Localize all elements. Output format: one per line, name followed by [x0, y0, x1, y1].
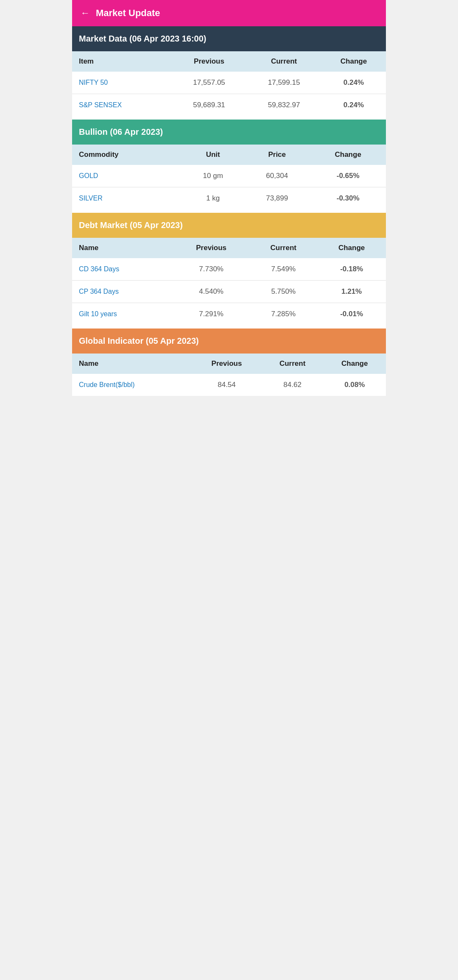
- debt-row-change: -0.01%: [317, 303, 386, 326]
- bullion-row-price: 60,304: [244, 165, 310, 187]
- main-content: Market Data (06 Apr 2023 16:00) Item Pre…: [72, 26, 386, 396]
- bullion-row-unit: 10 gm: [182, 165, 244, 187]
- debt-row-previous: 7.730%: [173, 258, 249, 281]
- global-indicator-section: Global Indicator (05 Apr 2023) Name Prev…: [72, 329, 386, 396]
- market-data-table: Item Previous Current Change NIFTY 50 17…: [72, 51, 386, 116]
- market-row-previous: 59,689.31: [172, 94, 247, 117]
- bullion-row-change: -0.65%: [310, 165, 386, 187]
- global-col-name: Name: [72, 354, 192, 374]
- bullion-row-name[interactable]: GOLD: [72, 165, 182, 187]
- debt-col-previous: Previous: [173, 238, 249, 258]
- debt-row-change: -0.18%: [317, 258, 386, 281]
- market-col-change: Change: [321, 51, 386, 72]
- debt-row-previous: 4.540%: [173, 281, 249, 303]
- table-row: NIFTY 50 17,557.05 17,599.15 0.24%: [72, 72, 386, 94]
- market-row-name[interactable]: S&P SENSEX: [72, 94, 172, 117]
- market-row-previous: 17,557.05: [172, 72, 247, 94]
- global-row-current: 84.62: [262, 374, 324, 396]
- debt-market-table: Name Previous Current Change CD 364 Days…: [72, 238, 386, 325]
- global-row-change: 0.08%: [324, 374, 386, 396]
- debt-market-header: Debt Market (05 Apr 2023): [72, 213, 386, 238]
- bullion-row-price: 73,899: [244, 187, 310, 210]
- market-row-current: 59,832.97: [246, 94, 321, 117]
- debt-row-current: 7.549%: [249, 258, 317, 281]
- market-table-header-row: Item Previous Current Change: [72, 51, 386, 72]
- table-row: S&P SENSEX 59,689.31 59,832.97 0.24%: [72, 94, 386, 117]
- global-indicator-header: Global Indicator (05 Apr 2023): [72, 329, 386, 354]
- global-row-previous: 84.54: [192, 374, 261, 396]
- market-col-current: Current: [246, 51, 321, 72]
- table-row: Gilt 10 years 7.291% 7.285% -0.01%: [72, 303, 386, 326]
- global-indicator-table: Name Previous Current Change Crude Brent…: [72, 354, 386, 396]
- bullion-header: Bullion (06 Apr 2023): [72, 120, 386, 145]
- bullion-col-commodity: Commodity: [72, 145, 182, 165]
- debt-row-name[interactable]: Gilt 10 years: [72, 303, 173, 326]
- debt-table-header-row: Name Previous Current Change: [72, 238, 386, 258]
- debt-row-change: 1.21%: [317, 281, 386, 303]
- market-row-name[interactable]: NIFTY 50: [72, 72, 172, 94]
- back-button[interactable]: ←: [81, 8, 90, 19]
- global-col-previous: Previous: [192, 354, 261, 374]
- header-title: Market Update: [96, 8, 160, 19]
- market-row-change: 0.24%: [321, 72, 386, 94]
- table-row: CP 364 Days 4.540% 5.750% 1.21%: [72, 281, 386, 303]
- global-table-header-row: Name Previous Current Change: [72, 354, 386, 374]
- market-col-previous: Previous: [172, 51, 247, 72]
- bullion-table-header-row: Commodity Unit Price Change: [72, 145, 386, 165]
- global-row-name[interactable]: Crude Brent($/bbl): [72, 374, 192, 396]
- debt-row-name[interactable]: CP 364 Days: [72, 281, 173, 303]
- market-row-current: 17,599.15: [246, 72, 321, 94]
- bullion-table: Commodity Unit Price Change GOLD 10 gm 6…: [72, 145, 386, 209]
- table-row: SILVER 1 kg 73,899 -0.30%: [72, 187, 386, 210]
- bullion-row-change: -0.30%: [310, 187, 386, 210]
- debt-row-previous: 7.291%: [173, 303, 249, 326]
- table-row: GOLD 10 gm 60,304 -0.65%: [72, 165, 386, 187]
- market-col-item: Item: [72, 51, 172, 72]
- debt-row-name[interactable]: CD 364 Days: [72, 258, 173, 281]
- market-data-header: Market Data (06 Apr 2023 16:00): [72, 26, 386, 51]
- debt-row-current: 5.750%: [249, 281, 317, 303]
- debt-col-current: Current: [249, 238, 317, 258]
- market-data-section: Market Data (06 Apr 2023 16:00) Item Pre…: [72, 26, 386, 116]
- global-col-current: Current: [262, 354, 324, 374]
- table-row: Crude Brent($/bbl) 84.54 84.62 0.08%: [72, 374, 386, 396]
- bullion-section: Bullion (06 Apr 2023) Commodity Unit Pri…: [72, 120, 386, 209]
- bullion-row-unit: 1 kg: [182, 187, 244, 210]
- debt-row-current: 7.285%: [249, 303, 317, 326]
- table-row: CD 364 Days 7.730% 7.549% -0.18%: [72, 258, 386, 281]
- debt-market-section: Debt Market (05 Apr 2023) Name Previous …: [72, 213, 386, 325]
- bullion-col-price: Price: [244, 145, 310, 165]
- bullion-row-name[interactable]: SILVER: [72, 187, 182, 210]
- market-row-change: 0.24%: [321, 94, 386, 117]
- debt-col-change: Change: [317, 238, 386, 258]
- app-header: ← Market Update: [72, 0, 386, 26]
- global-col-change: Change: [324, 354, 386, 374]
- bullion-col-change: Change: [310, 145, 386, 165]
- debt-col-name: Name: [72, 238, 173, 258]
- bullion-col-unit: Unit: [182, 145, 244, 165]
